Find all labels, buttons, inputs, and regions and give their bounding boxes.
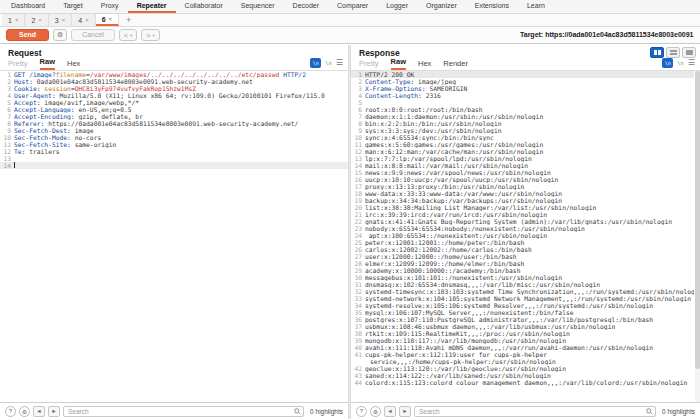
code-line: 6Accept-Language: en-US,en;q=0.5 [0, 106, 348, 113]
line-number: 35 [351, 309, 365, 316]
line-number: 1 [351, 71, 365, 78]
code-line: 14mail:x:8:8:mail:/var/mail:/usr/sbin/no… [351, 162, 694, 169]
editor-split: Request PrettyRawHex \n \n ☰ 1GET /image… [0, 45, 700, 419]
response-tab-items: PrettyRawHexRender [359, 57, 468, 70]
line-number: 13 [351, 155, 365, 162]
send-button[interactable]: Send [6, 29, 49, 41]
request-panel-title: Request [0, 45, 348, 57]
show-nonprinting-toggle-icon[interactable]: \n [662, 58, 673, 68]
search-icon [646, 408, 653, 415]
forward-history-button[interactable]: > ▾ [141, 29, 159, 41]
line-number: 37 [351, 323, 365, 330]
repeater-session-tab-1[interactable]: 1× [2, 14, 25, 26]
menu-item-collaborator[interactable]: Collaborator [176, 0, 232, 13]
code-line: 23nobody:x:65534:65534:nobody:/nonexiste… [351, 225, 694, 232]
search-next-button[interactable]: ► [399, 406, 411, 417]
response-search-input[interactable] [414, 406, 656, 417]
menu-item-learn[interactable]: Learn [518, 0, 554, 13]
request-editor[interactable]: 1GET /image?filename=/var/www/images/../… [0, 71, 348, 402]
target-value: https://0ada001e04ac83d5811534e8003e0091 [545, 31, 693, 38]
line-number: 17 [351, 183, 365, 190]
line-number: 22 [351, 218, 365, 225]
code-line: 44colord:x:115:123:colord colour managem… [351, 379, 694, 386]
code-line: 12Te: trailers [0, 148, 348, 155]
line-number: 36 [351, 316, 365, 323]
request-tabs: PrettyRawHex \n \n ☰ [0, 57, 348, 71]
cancel-button[interactable]: Cancel [71, 29, 115, 41]
menu-item-dashboard[interactable]: Dashboard [2, 0, 54, 13]
repeater-session-tab-6[interactable]: 6× [96, 14, 119, 26]
line-number: 20 [351, 204, 365, 211]
close-icon[interactable]: × [38, 17, 42, 23]
newline-icon[interactable]: \n [677, 60, 684, 66]
request-search-input[interactable] [63, 406, 304, 417]
request-tab-hex[interactable]: Hex [67, 59, 80, 70]
line-number: 26 [351, 246, 365, 253]
search-prev-button[interactable]: ◄ [33, 406, 45, 417]
back-history-button[interactable]: < ▾ [119, 29, 137, 41]
tab-number: 6 [102, 16, 106, 23]
code-line: 11Sec-Fetch-Site: same-origin [0, 141, 348, 148]
editor-menu-icon[interactable]: ☰ [688, 59, 695, 67]
search-settings-icon[interactable]: ⚙ [370, 406, 381, 417]
request-tab-raw[interactable]: Raw [40, 57, 55, 70]
code-line: 7daemon:x:1:1:daemon:/usr/sbin:/usr/sbin… [351, 113, 694, 120]
newline-icon[interactable]: \n [325, 60, 332, 66]
repeater-session-tab-4[interactable]: 4× [72, 14, 95, 26]
search-prev-button[interactable]: ◄ [384, 406, 396, 417]
repeater-session-tab-2[interactable]: 2× [25, 14, 48, 26]
menu-item-comparer[interactable]: Comparer [328, 0, 377, 13]
show-nonprinting-toggle-icon[interactable]: \n [310, 58, 321, 68]
search-help-icon[interactable]: ? [356, 406, 367, 417]
response-tab-raw[interactable]: Raw [391, 57, 406, 70]
repeater-session-tab-3[interactable]: 3× [49, 14, 72, 26]
scrollbar-thumb[interactable] [695, 71, 700, 369]
code-line: 33systemd-network:x:104:105:systemd Netw… [351, 295, 694, 302]
menu-item-logger[interactable]: Logger [377, 0, 417, 13]
chevron-down-icon: ▾ [152, 33, 154, 38]
line-number: 12 [0, 148, 14, 155]
menu-item-repeater[interactable]: Repeater [128, 0, 176, 13]
editor-menu-icon[interactable]: ☰ [336, 59, 343, 67]
close-icon[interactable]: × [62, 17, 66, 23]
response-scrollbar[interactable] [695, 71, 700, 402]
line-number: 15 [351, 169, 365, 176]
line-number: 40 [351, 344, 365, 351]
line-number: 8 [0, 120, 14, 127]
target-url[interactable]: Target: https://0ada001e04ac83d5811534e8… [520, 27, 693, 43]
code-line: 37usbmux:x:108:46:usbmux daemon,,,:/var/… [351, 323, 694, 330]
response-tab-pretty[interactable]: Pretty [359, 59, 379, 70]
code-line: 2Host: 0ada001e04ac83d5811534e8003e0091.… [0, 78, 348, 85]
search-settings-icon[interactable]: ⚙ [19, 406, 30, 417]
search-next-button[interactable]: ► [48, 406, 60, 417]
request-tab-pretty[interactable]: Pretty [8, 59, 28, 70]
send-settings-gear-icon[interactable]: ⚙ [53, 29, 67, 41]
line-number: 10 [0, 134, 14, 141]
response-tab-hex[interactable]: Hex [418, 59, 431, 70]
menu-item-extensions[interactable]: Extensions [466, 0, 518, 13]
code-line: 27user:x:12000:12000::/home/user:/bin/ba… [351, 253, 694, 260]
menu-item-decoder[interactable]: Decoder [284, 0, 328, 13]
close-icon[interactable]: × [15, 17, 19, 23]
line-number: 9 [351, 127, 365, 134]
close-icon[interactable]: × [85, 17, 89, 23]
line-number: 5 [351, 99, 365, 106]
code-line: 5Accept: image/avif,image/webp,*/* [0, 99, 348, 106]
code-line: 24_apt:x:100:65534::/nonexistent:/usr/sb… [351, 232, 694, 239]
line-number: 11 [351, 141, 365, 148]
code-line: 32systemd-timesync:x:103:103:systemd Tim… [351, 288, 694, 295]
menu-item-sequencer[interactable]: Sequencer [232, 0, 284, 13]
line-number: 21 [351, 211, 365, 218]
menu-item-target[interactable]: Target [54, 0, 91, 13]
add-tab-button[interactable]: + [119, 14, 138, 26]
code-line: 1GET /image?filename=/var/www/images/../… [0, 71, 348, 78]
close-icon[interactable]: × [109, 16, 113, 22]
search-help-icon[interactable]: ? [5, 406, 16, 417]
chevron-down-icon: ▾ [130, 33, 132, 38]
menu-item-proxy[interactable]: Proxy [92, 0, 128, 13]
menu-item-organizer[interactable]: Organizer [417, 0, 466, 13]
line-number: 32 [351, 288, 365, 295]
response-tab-render[interactable]: Render [443, 59, 468, 70]
code-line: 25peter:x:12001:12001::/home/peter:/bin/… [351, 239, 694, 246]
response-viewer[interactable]: 1HTTP/2 200 OK2Content-Type: image/jpeg3… [351, 71, 694, 402]
